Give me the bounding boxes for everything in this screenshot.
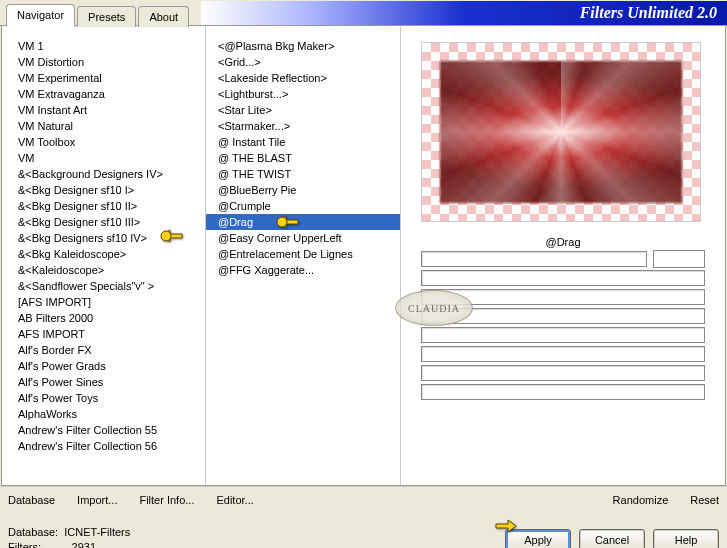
list-item[interactable]: Andrew's Filter Collection 55 xyxy=(2,422,205,438)
list-item[interactable]: &<Bkg Designer sf10 I> xyxy=(2,182,205,198)
list-item[interactable]: AlphaWorks xyxy=(2,406,205,422)
list-item[interactable]: VM Toolbox xyxy=(2,134,205,150)
list-item[interactable]: Andrew's Filter Collection 56 xyxy=(2,438,205,454)
empty-slider xyxy=(421,270,705,286)
empty-slider xyxy=(421,308,705,324)
list-item[interactable]: @FFG Xaggerate... xyxy=(206,262,400,278)
list-item[interactable]: @ Instant Tile xyxy=(206,134,400,150)
list-item[interactable]: VM xyxy=(2,150,205,166)
list-item[interactable]: @ THE BLAST xyxy=(206,150,400,166)
tab-about[interactable]: About xyxy=(138,6,189,27)
param-value-input[interactable] xyxy=(653,250,705,268)
list-item[interactable]: &<Bkg Designers sf10 IV> xyxy=(2,230,205,246)
list-item[interactable]: <Star Lite> xyxy=(206,102,400,118)
cancel-button[interactable]: Cancel xyxy=(579,529,645,548)
tab-navigator[interactable]: Navigator xyxy=(6,4,75,27)
list-item[interactable]: VM Experimental xyxy=(2,70,205,86)
empty-slider xyxy=(421,384,705,400)
list-item[interactable]: &<Bkg Kaleidoscope> xyxy=(2,246,205,262)
empty-slider xyxy=(421,365,705,381)
empty-slider xyxy=(421,327,705,343)
list-item[interactable]: <Starmaker...> xyxy=(206,118,400,134)
editor-button[interactable]: Editor... xyxy=(216,494,253,506)
app-title: Filters Unlimited 2.0 xyxy=(201,1,727,25)
list-item[interactable]: @Easy Corner UpperLeft xyxy=(206,230,400,246)
filter-list[interactable]: <@Plasma Bkg Maker><Grid...><Lakeside Re… xyxy=(206,26,401,485)
list-item[interactable]: <Lightburst...> xyxy=(206,86,400,102)
list-item[interactable]: VM 1 xyxy=(2,38,205,54)
list-item[interactable]: &<Kaleidoscope> xyxy=(2,262,205,278)
list-item[interactable]: <@Plasma Bkg Maker> xyxy=(206,38,400,54)
list-item[interactable]: <Grid...> xyxy=(206,54,400,70)
bottom-toolbar: Database Import... Filter Info... Editor… xyxy=(0,486,727,512)
list-item[interactable]: AB Filters 2000 xyxy=(2,310,205,326)
help-button[interactable]: Help xyxy=(653,529,719,548)
list-item[interactable]: &<Bkg Designer sf10 III> xyxy=(2,214,205,230)
randomize-button[interactable]: Randomize xyxy=(613,494,669,506)
list-item[interactable]: VM Natural xyxy=(2,118,205,134)
preview xyxy=(421,42,701,222)
empty-slider xyxy=(421,289,705,305)
list-item[interactable]: AFS IMPORT xyxy=(2,326,205,342)
empty-slider xyxy=(421,346,705,362)
tab-presets[interactable]: Presets xyxy=(77,6,136,27)
list-item[interactable]: VM Extravaganza xyxy=(2,86,205,102)
param-slider[interactable] xyxy=(421,251,647,267)
list-item[interactable]: @BlueBerry Pie xyxy=(206,182,400,198)
list-item[interactable]: &<Sandflower Specials"v" > xyxy=(2,278,205,294)
list-item[interactable]: [AFS IMPORT] xyxy=(2,294,205,310)
import-button[interactable]: Import... xyxy=(77,494,117,506)
list-item[interactable]: Alf's Power Toys xyxy=(2,390,205,406)
list-item[interactable]: &<Bkg Designer sf10 II> xyxy=(2,198,205,214)
reset-button[interactable]: Reset xyxy=(690,494,719,506)
list-item[interactable]: @ THE TWIST xyxy=(206,166,400,182)
list-item[interactable]: VM Distortion xyxy=(2,54,205,70)
list-item[interactable]: <Lakeside Reflection> xyxy=(206,70,400,86)
database-button[interactable]: Database xyxy=(8,494,55,506)
apply-button[interactable]: Apply xyxy=(505,529,571,548)
list-item[interactable]: Alf's Border FX xyxy=(2,342,205,358)
param-label: @Drag xyxy=(401,236,725,248)
list-item[interactable]: Alf's Power Sines xyxy=(2,374,205,390)
list-item[interactable]: @Entrelacement De Lignes xyxy=(206,246,400,262)
list-item[interactable]: Alf's Power Grads xyxy=(2,358,205,374)
footer-info: Database: ICNET-Filters Filters: 2931 xyxy=(8,525,130,548)
list-item[interactable]: @Crumple xyxy=(206,198,400,214)
list-item[interactable]: &<Background Designers IV> xyxy=(2,166,205,182)
tabs: Navigator Presets About xyxy=(6,0,191,26)
list-item[interactable]: VM Instant Art xyxy=(2,102,205,118)
category-list[interactable]: VM 1VM DistortionVM ExperimentalVM Extra… xyxy=(2,26,206,485)
filter-info-button[interactable]: Filter Info... xyxy=(139,494,194,506)
list-item[interactable]: @Drag xyxy=(206,214,400,230)
